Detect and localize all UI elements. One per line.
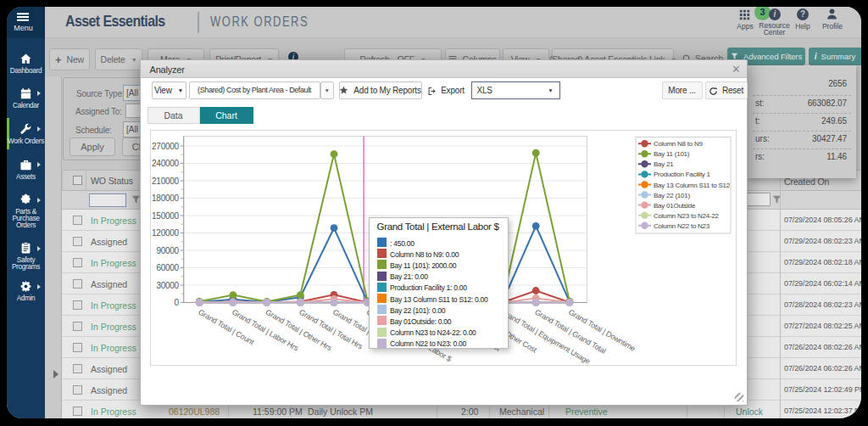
svg-text:Bay 11 (101): Bay 11 (101) bbox=[654, 150, 690, 158]
svg-text:Bay 01Outside: Bay 01Outside bbox=[654, 201, 696, 209]
svg-text:270000: 270000 bbox=[152, 141, 179, 150]
svg-text:120000: 120000 bbox=[152, 228, 179, 238]
svg-text:180000: 180000 bbox=[152, 193, 179, 203]
svg-text:150000: 150000 bbox=[152, 210, 179, 220]
svg-text:Column N22 to N23: Column N22 to N23 bbox=[654, 221, 710, 229]
svg-text:Bay 13 Column S11 to S12: Bay 13 Column S11 to S12 bbox=[654, 181, 731, 188]
svg-text:240000: 240000 bbox=[152, 159, 179, 168]
svg-text:30000: 30000 bbox=[156, 280, 179, 289]
svg-text:90000: 90000 bbox=[156, 245, 179, 255]
svg-text:Grand Total | Count: Grand Total | Count bbox=[197, 307, 256, 346]
svg-text:210000: 210000 bbox=[152, 176, 179, 185]
svg-text:Production Facility 1: Production Facility 1 bbox=[654, 171, 711, 178]
svg-text:Column N8 to N9: Column N8 to N9 bbox=[654, 140, 703, 148]
svg-text:Column N23 to N24-22: Column N23 to N24-22 bbox=[654, 211, 720, 219]
svg-text:0: 0 bbox=[174, 298, 179, 307]
svg-text:Bay 22 (101): Bay 22 (101) bbox=[654, 191, 690, 199]
svg-text:60000: 60000 bbox=[156, 263, 179, 272]
svg-text:Bay 21: Bay 21 bbox=[654, 160, 674, 168]
